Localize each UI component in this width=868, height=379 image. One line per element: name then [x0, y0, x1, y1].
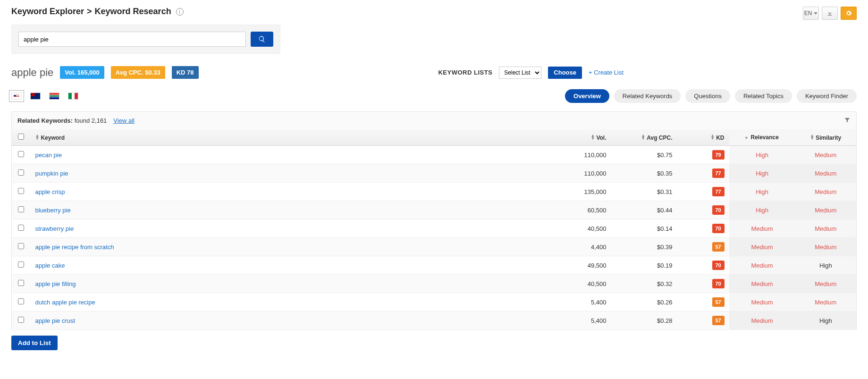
- cell-relevance: Medium: [729, 238, 795, 256]
- keyword-link[interactable]: apple pie filling: [35, 280, 76, 287]
- language-button[interactable]: EN: [803, 7, 819, 20]
- breadcrumb-part2: Keyword Research: [95, 7, 171, 17]
- row-checkbox[interactable]: [18, 298, 24, 304]
- tab-related-topics[interactable]: Related Topics: [735, 89, 792, 103]
- col-relevance[interactable]: ▾ Relevance: [729, 129, 795, 146]
- related-keywords-title-bold: Related Keywords:: [17, 117, 73, 124]
- cell-similarity: Medium: [795, 201, 857, 219]
- tab-keyword-finder[interactable]: Keyword Finder: [797, 89, 857, 103]
- create-list-link[interactable]: + Create List: [589, 69, 624, 76]
- cell-cpc: $0.26: [611, 293, 677, 312]
- language-label: EN: [804, 10, 812, 17]
- keyword-link[interactable]: apple pie crust: [35, 317, 76, 324]
- cell-kd: 70: [677, 201, 729, 219]
- keyword-list-select[interactable]: Select List: [499, 67, 541, 79]
- tab-questions[interactable]: Questions: [685, 89, 730, 103]
- keyword-link[interactable]: dutch apple pie recipe: [35, 299, 95, 306]
- cell-volume: 4,400: [550, 238, 611, 256]
- keyword-link[interactable]: strawberry pie: [35, 225, 74, 232]
- cell-similarity: Medium: [795, 164, 857, 183]
- flag-us[interactable]: [11, 93, 22, 100]
- cell-cpc: $0.35: [611, 164, 677, 183]
- cell-relevance: Medium: [729, 275, 795, 293]
- row-checkbox[interactable]: [18, 243, 24, 249]
- keyword-link[interactable]: blueberry pie: [35, 207, 71, 214]
- tab-related-keywords[interactable]: Related Keywords: [614, 89, 681, 103]
- cell-volume: 60,500: [550, 201, 611, 219]
- breadcrumb: Keyword Explorer > Keyword Research i: [11, 7, 184, 17]
- cell-cpc: $0.39: [611, 238, 677, 256]
- flag-za[interactable]: [49, 93, 59, 100]
- table-row: dutch apple pie recipe5,400$0.2657Medium…: [12, 293, 857, 312]
- cell-volume: 40,500: [550, 219, 611, 238]
- cell-relevance: High: [729, 146, 795, 164]
- search-button[interactable]: [251, 32, 273, 47]
- chevron-down-icon: [814, 12, 817, 15]
- table-row: apple pie filling40,500$0.3270MediumMedi…: [12, 275, 857, 293]
- col-cpc[interactable]: ▲▼Avg CPC.: [611, 129, 677, 146]
- download-button[interactable]: [822, 7, 838, 20]
- cell-similarity: Medium: [795, 146, 857, 164]
- cell-volume: 110,000: [550, 146, 611, 164]
- info-icon[interactable]: i: [176, 8, 184, 16]
- keyword-title: apple pie: [11, 67, 53, 79]
- cell-similarity: Medium: [795, 275, 857, 293]
- cell-kd: 77: [677, 183, 729, 201]
- view-all-link[interactable]: View all: [113, 117, 135, 124]
- search-input[interactable]: [18, 32, 246, 47]
- table-row: pumpkin pie110,000$0.3577HighMedium: [12, 164, 857, 183]
- table-row: blueberry pie60,500$0.4470HighMedium: [12, 201, 857, 219]
- cell-similarity: High: [795, 312, 857, 330]
- country-flags: [11, 93, 78, 100]
- cell-similarity: Medium: [795, 293, 857, 312]
- cell-relevance: High: [729, 164, 795, 183]
- filter-icon[interactable]: [844, 117, 851, 125]
- cell-volume: 110,000: [550, 164, 611, 183]
- keyword-link[interactable]: pecan pie: [35, 152, 62, 159]
- cell-relevance: High: [729, 183, 795, 201]
- col-keyword[interactable]: ▲▼Keyword: [31, 129, 550, 146]
- cell-cpc: $0.44: [611, 201, 677, 219]
- cell-cpc: $0.75: [611, 146, 677, 164]
- row-checkbox[interactable]: [18, 151, 24, 157]
- col-checkbox: [12, 129, 31, 146]
- cell-similarity: Medium: [795, 238, 857, 256]
- cell-similarity: High: [795, 256, 857, 275]
- cell-volume: 5,400: [550, 293, 611, 312]
- row-checkbox[interactable]: [18, 206, 24, 212]
- cell-volume: 135,000: [550, 183, 611, 201]
- keyword-link[interactable]: apple cake: [35, 262, 65, 269]
- choose-button[interactable]: Choose: [548, 67, 582, 79]
- table-row: apple cake49,500$0.1970MediumHigh: [12, 256, 857, 275]
- related-keywords-found: found 2,161: [75, 117, 107, 124]
- cell-cpc: $0.14: [611, 219, 677, 238]
- cell-kd: 57: [677, 293, 729, 312]
- keyword-link[interactable]: pumpkin pie: [35, 170, 68, 177]
- row-checkbox[interactable]: [18, 261, 24, 268]
- row-checkbox[interactable]: [18, 225, 24, 231]
- row-checkbox[interactable]: [18, 188, 24, 194]
- row-checkbox[interactable]: [18, 317, 24, 323]
- row-checkbox[interactable]: [18, 280, 24, 286]
- cell-kd: 77: [677, 164, 729, 183]
- download-icon: [826, 10, 833, 17]
- cell-relevance: Medium: [729, 219, 795, 238]
- settings-button[interactable]: [841, 7, 857, 20]
- select-all-checkbox[interactable]: [18, 134, 24, 140]
- col-volume[interactable]: ▲▼Vol.: [550, 129, 611, 146]
- col-kd[interactable]: ▲▼KD: [677, 129, 729, 146]
- add-to-list-button[interactable]: Add to List: [11, 336, 58, 350]
- row-checkbox[interactable]: [18, 169, 24, 176]
- breadcrumb-part1: Keyword Explorer: [11, 7, 84, 17]
- col-similarity[interactable]: ▲▼Similarity: [795, 129, 857, 146]
- keyword-link[interactable]: apple crisp: [35, 188, 65, 195]
- flag-it[interactable]: [68, 93, 78, 100]
- tab-overview[interactable]: Overview: [565, 89, 609, 103]
- keyword-link[interactable]: apple pie recipe from scratch: [35, 244, 114, 251]
- cell-similarity: Medium: [795, 183, 857, 201]
- cell-relevance: Medium: [729, 256, 795, 275]
- cpc-badge: Avg CPC. $0.33: [111, 66, 165, 79]
- cell-volume: 49,500: [550, 256, 611, 275]
- cell-volume: 5,400: [550, 312, 611, 330]
- flag-au[interactable]: [30, 93, 41, 100]
